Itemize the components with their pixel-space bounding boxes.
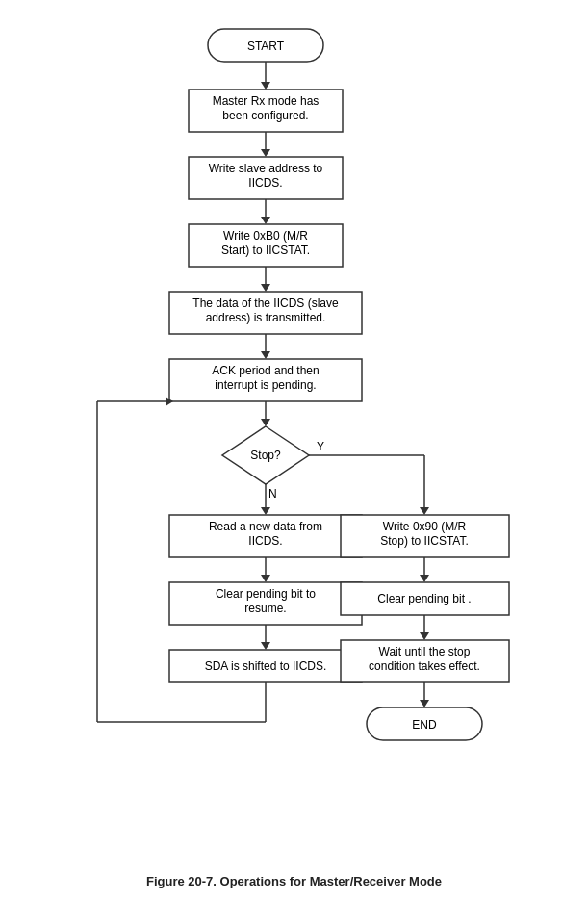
step4-line2: address) is transmitted. <box>205 311 325 324</box>
step3-line1: Write 0xB0 (M/R <box>223 229 308 243</box>
svg-marker-5 <box>261 149 270 157</box>
left2-line1: Clear pending bit to <box>215 587 315 601</box>
step5-line1: ACK period and then <box>212 364 319 377</box>
decision-label: Stop? <box>250 449 281 462</box>
svg-marker-2 <box>261 82 270 90</box>
svg-marker-29 <box>261 642 270 650</box>
svg-marker-20 <box>261 507 270 515</box>
end-label: END <box>412 718 437 732</box>
step5-line2: interrupt is pending. <box>215 378 316 392</box>
svg-marker-41 <box>420 632 429 640</box>
svg-marker-26 <box>261 575 270 582</box>
svg-marker-38 <box>420 575 429 582</box>
decision-y-label: Y <box>317 440 324 453</box>
right1-line2: Stop) to IICSTAT. <box>380 534 469 548</box>
step3-line2: Start) to IICSTAT. <box>220 244 309 257</box>
right3-line1: Wait until the stop <box>378 645 470 658</box>
svg-marker-23 <box>420 507 429 515</box>
svg-marker-11 <box>261 284 270 292</box>
svg-marker-14 <box>261 351 270 359</box>
step2-line2: IICDS. <box>248 176 282 190</box>
left1-line1: Read a new data from <box>208 520 321 533</box>
step1-line2: been configured. <box>222 109 308 122</box>
decision-n-label: N <box>268 487 277 501</box>
right2-label: Clear pending bit . <box>377 592 471 605</box>
left1-line2: IICDS. <box>248 534 282 548</box>
right1-line1: Write 0x90 (M/R <box>382 520 466 533</box>
left2-line2: resume. <box>244 602 286 615</box>
figure-caption: Figure 20-7. Operations for Master/Recei… <box>146 874 442 888</box>
flowchart-container: START Master Rx mode has been configured… <box>20 19 569 857</box>
flowchart-svg: START Master Rx mode has been configured… <box>20 19 569 857</box>
svg-marker-8 <box>261 217 270 224</box>
start-label: START <box>246 39 284 53</box>
step2-line1: Write slave address to <box>208 162 322 175</box>
step1-line1: Master Rx mode has <box>212 94 319 108</box>
svg-marker-17 <box>261 419 270 426</box>
right3-line2: condition takes effect. <box>369 659 480 673</box>
left3-label: SDA is shifted to IICDS. <box>204 659 326 673</box>
step4-line1: The data of the IICDS (slave <box>192 296 339 310</box>
svg-marker-44 <box>420 700 429 707</box>
